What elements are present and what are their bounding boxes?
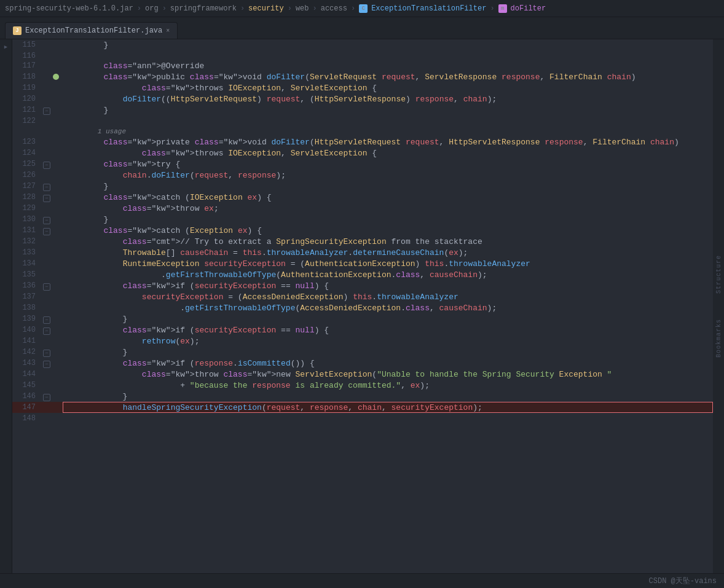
fold-icon[interactable]: − <box>43 361 50 368</box>
fold-col[interactable] <box>43 203 53 214</box>
fold-col[interactable] <box>43 125 53 136</box>
fold-col[interactable]: − <box>43 347 53 358</box>
fold-col[interactable]: − <box>43 313 53 324</box>
breadcrumb-access[interactable]: access <box>321 4 347 13</box>
breakpoint-col[interactable] <box>53 82 63 93</box>
breakpoint-col[interactable] <box>53 269 63 280</box>
fold-col[interactable]: − <box>43 280 53 291</box>
breadcrumb-classname[interactable]: ExceptionTranslationFilter <box>371 4 486 13</box>
fold-col[interactable]: − <box>43 225 53 236</box>
breakpoint-col[interactable] <box>53 181 63 192</box>
breakpoint-col[interactable] <box>53 280 63 291</box>
breakpoint-col[interactable] <box>53 347 63 358</box>
sidebar-label-structure[interactable]: Structure <box>715 255 722 294</box>
breakpoint-col[interactable] <box>53 324 63 335</box>
tab-exception-filter[interactable]: J ExceptionTranslationFilter.java × <box>5 22 178 39</box>
breakpoint-col[interactable] <box>53 136 63 147</box>
fold-col[interactable] <box>43 82 53 93</box>
breakpoint-col[interactable] <box>53 147 63 159</box>
breakpoint-col[interactable] <box>53 313 63 324</box>
fold-col[interactable] <box>43 50 53 60</box>
fold-icon[interactable]: − <box>43 327 50 335</box>
fold-col[interactable]: − <box>43 159 53 170</box>
breakpoint-col[interactable] <box>53 335 63 347</box>
breakpoint-col[interactable] <box>53 170 63 181</box>
breakpoint-col[interactable] <box>53 247 63 258</box>
fold-col[interactable] <box>43 71 53 82</box>
fold-col[interactable] <box>43 402 53 413</box>
breakpoint-col[interactable] <box>53 258 63 269</box>
breakpoint-col[interactable] <box>53 60 63 71</box>
breakpoint-col[interactable] <box>53 402 63 413</box>
breakpoint-col[interactable] <box>53 93 63 104</box>
breakpoint-col[interactable] <box>53 104 63 116</box>
breakpoint-col[interactable] <box>53 71 63 82</box>
breakpoint-col[interactable] <box>53 391 63 402</box>
breakpoint-col[interactable] <box>53 116 63 125</box>
fold-col[interactable] <box>43 335 53 347</box>
breadcrumb-security[interactable]: security <box>248 4 284 13</box>
fold-col[interactable] <box>43 116 53 125</box>
fold-col[interactable] <box>43 413 53 423</box>
breadcrumb-method[interactable]: doFilter <box>511 4 546 13</box>
fold-col[interactable]: − <box>43 324 53 335</box>
fold-col[interactable]: − <box>43 104 53 116</box>
fold-col[interactable] <box>43 170 53 181</box>
breakpoint-col[interactable] <box>53 125 63 136</box>
fold-col[interactable] <box>43 39 53 50</box>
breakpoint-col[interactable] <box>53 50 63 60</box>
fold-icon[interactable]: − <box>43 350 50 357</box>
breakpoint-col[interactable] <box>53 380 63 391</box>
fold-col[interactable]: − <box>43 214 53 225</box>
fold-col[interactable]: − <box>43 192 53 203</box>
close-tab-button[interactable]: × <box>166 28 170 34</box>
fold-col[interactable]: − <box>43 181 53 192</box>
breadcrumb-jar[interactable]: spring-security-web-6.1.0.jar <box>5 4 133 13</box>
fold-col[interactable] <box>43 60 53 71</box>
fold-icon[interactable]: − <box>43 228 50 235</box>
breadcrumb-springframework[interactable]: springframework <box>170 4 237 13</box>
fold-col[interactable] <box>43 236 53 247</box>
sidebar-label-bookmarks[interactable]: Bookmarks <box>715 319 722 358</box>
breadcrumb-web[interactable]: web <box>296 4 309 13</box>
breakpoint-col[interactable] <box>53 413 63 423</box>
watermark: CSDN @天坠-vains <box>649 576 717 586</box>
fold-col[interactable] <box>43 258 53 269</box>
fold-col[interactable] <box>43 291 53 302</box>
fold-col[interactable]: − <box>43 391 53 402</box>
line-row: 134 RuntimeException securityException =… <box>12 258 713 269</box>
sidebar-icon-1[interactable]: ▶ <box>1 42 11 52</box>
breakpoint-col[interactable] <box>53 302 63 313</box>
breakpoint-col[interactable] <box>53 291 63 302</box>
fold-icon[interactable]: − <box>43 108 50 115</box>
fold-icon[interactable]: − <box>43 316 50 324</box>
fold-col[interactable] <box>43 380 53 391</box>
breakpoint-col[interactable] <box>53 39 63 50</box>
breakpoint-col[interactable] <box>53 159 63 170</box>
fold-col[interactable] <box>43 147 53 159</box>
breakpoint-col[interactable] <box>53 192 63 203</box>
breakpoint-col[interactable] <box>53 369 63 380</box>
code-scroll[interactable]: 115 }116117 class="ann">@Override118 cla… <box>12 39 713 573</box>
breakpoint-col[interactable] <box>53 214 63 225</box>
breakpoint-col[interactable] <box>53 225 63 236</box>
breakpoint-col[interactable] <box>53 358 63 369</box>
breakpoint-col[interactable] <box>53 203 63 214</box>
fold-col[interactable] <box>43 302 53 313</box>
fold-col[interactable]: − <box>43 358 53 369</box>
fold-col[interactable] <box>43 247 53 258</box>
fold-icon[interactable]: − <box>43 195 50 202</box>
fold-icon[interactable]: − <box>43 283 50 291</box>
fold-col[interactable] <box>43 369 53 380</box>
fold-col[interactable] <box>43 136 53 147</box>
fold-icon[interactable]: − <box>43 217 50 224</box>
sep7: › <box>490 4 494 13</box>
fold-icon[interactable]: − <box>43 394 50 401</box>
fold-icon[interactable]: − <box>43 184 50 191</box>
usage-marker: 1 usage <box>65 128 126 135</box>
fold-col[interactable] <box>43 93 53 104</box>
breakpoint-col[interactable] <box>53 236 63 247</box>
fold-icon[interactable]: − <box>43 162 50 169</box>
fold-col[interactable] <box>43 269 53 280</box>
breadcrumb-org[interactable]: org <box>145 4 159 13</box>
